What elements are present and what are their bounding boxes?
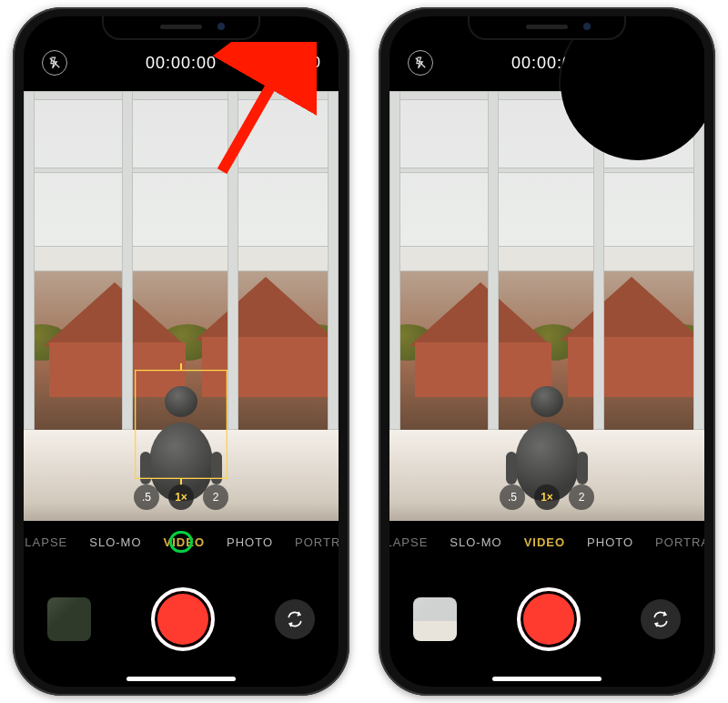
camera-bottombar <box>24 576 339 663</box>
switch-camera-button[interactable] <box>641 599 681 639</box>
zoom-selector: .5 1× 2 <box>134 484 228 510</box>
screen: 00:00:00 4K · 30 <box>389 16 704 687</box>
flash-toggle[interactable] <box>42 50 67 76</box>
zoom-1x[interactable]: 1× <box>168 484 194 510</box>
zoom-1x[interactable]: 1× <box>534 484 560 510</box>
zoom-2x[interactable]: 2 <box>569 484 594 510</box>
mode-photo[interactable]: PHOTO <box>587 535 633 549</box>
zoom-0_5x[interactable]: .5 <box>134 484 159 510</box>
notch <box>104 16 258 38</box>
mode-timelapse[interactable]: E-LAPSE <box>389 535 428 549</box>
mode-video[interactable]: VIDEO <box>164 535 205 549</box>
switch-camera-icon <box>652 610 670 628</box>
svg-line-2 <box>222 60 286 171</box>
camera-mode-strip[interactable]: ME-LAPSE SLO-MO VIDEO PHOTO PORTRAIT <box>24 526 339 557</box>
mode-portrait[interactable]: PORTRAIT <box>655 535 704 549</box>
zoom-selector: .5 1× 2 <box>500 484 594 510</box>
annotation-arrow-icon <box>207 42 317 178</box>
mode-photo[interactable]: PHOTO <box>227 535 273 549</box>
home-indicator[interactable] <box>492 677 602 681</box>
record-button[interactable] <box>151 587 215 651</box>
last-photo-thumbnail[interactable] <box>413 597 457 641</box>
mode-portrait[interactable]: PORTRAIT <box>295 535 339 549</box>
camera-bottombar <box>389 576 704 663</box>
recording-timer: 00:00:00 <box>146 54 217 73</box>
mode-slomo[interactable]: SLO-MO <box>450 535 501 549</box>
switch-camera-icon <box>286 610 304 628</box>
focus-indicator[interactable] <box>135 370 228 479</box>
mode-timelapse[interactable]: ME-LAPSE <box>24 535 67 549</box>
switch-camera-button[interactable] <box>275 599 315 639</box>
home-indicator[interactable] <box>126 677 236 681</box>
flash-off-icon <box>414 56 427 69</box>
mode-slomo[interactable]: SLO-MO <box>89 535 141 549</box>
mode-video[interactable]: VIDEO <box>524 535 565 549</box>
phone-right: 00:00:00 4K · 30 <box>379 7 715 696</box>
zoom-2x[interactable]: 2 <box>203 484 228 510</box>
record-button[interactable] <box>517 587 581 651</box>
flash-off-icon <box>48 56 61 69</box>
flash-toggle[interactable] <box>408 50 433 76</box>
camera-mode-strip[interactable]: E-LAPSE SLO-MO VIDEO PHOTO PORTRAIT <box>389 526 704 557</box>
zoom-0_5x[interactable]: .5 <box>500 484 525 510</box>
last-photo-thumbnail[interactable] <box>47 597 91 641</box>
notch <box>470 16 624 38</box>
